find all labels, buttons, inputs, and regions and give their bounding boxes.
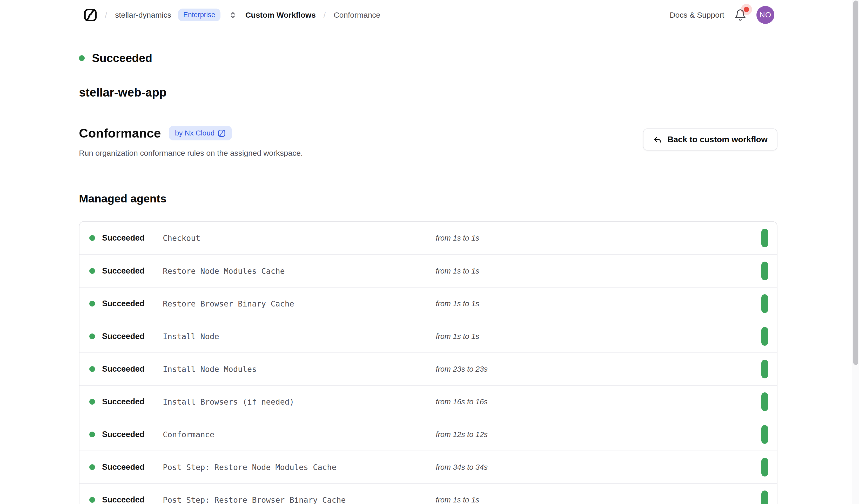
- managed-agents-card: Succeeded Checkout from 1s to 1s Succeed…: [79, 221, 778, 504]
- row-step-name: Install Node: [163, 332, 436, 341]
- row-step-name: Install Node Modules: [163, 365, 436, 374]
- row-status-label: Succeeded: [102, 332, 145, 341]
- row-status-label: Succeeded: [102, 233, 145, 243]
- scrollbar-thumb[interactable]: [853, 1, 858, 365]
- by-nx-cloud-badge[interactable]: by Nx Cloud: [169, 126, 232, 140]
- workflow-title: Conformance: [79, 126, 161, 140]
- row-status-label: Succeeded: [102, 397, 145, 407]
- status-dot-icon: [89, 301, 95, 306]
- row-step-name: Checkout: [163, 233, 436, 243]
- row-step-name: Post Step: Restore Node Modules Cache: [163, 463, 436, 472]
- plan-badge: Enterprise: [178, 9, 221, 21]
- row-time-range: from 12s to 12s: [436, 430, 762, 439]
- managed-agents-heading: Managed agents: [79, 192, 778, 205]
- row-step-name: Restore Browser Binary Cache: [163, 299, 436, 308]
- breadcrumb: / stellar-dynamics Enterprise Custom Wor…: [84, 8, 380, 22]
- nx-cloud-logo-icon[interactable]: [84, 8, 97, 22]
- row-status-label: Succeeded: [102, 495, 145, 504]
- top-navbar: / stellar-dynamics Enterprise Custom Wor…: [0, 0, 859, 30]
- table-row[interactable]: Succeeded Restore Browser Binary Cache f…: [79, 287, 777, 320]
- status-dot-icon: [89, 334, 95, 339]
- status-dot-icon: [89, 235, 95, 241]
- row-status-label: Succeeded: [102, 364, 145, 374]
- row-step-name: Restore Node Modules Cache: [163, 266, 436, 276]
- docs-support-link[interactable]: Docs & Support: [670, 11, 724, 19]
- notification-badge: [744, 7, 749, 12]
- row-duration-bar: [762, 393, 768, 411]
- row-status-label: Succeeded: [102, 299, 145, 308]
- back-to-custom-workflow-button[interactable]: Back to custom workflow: [643, 128, 778, 151]
- main-content: Succeeded stellar-web-app Conformance by…: [0, 52, 859, 504]
- table-row[interactable]: Succeeded Install Node Modules from 23s …: [79, 352, 777, 385]
- status-dot-icon: [89, 497, 95, 503]
- row-step-name: Conformance: [163, 430, 436, 439]
- back-button-label: Back to custom workflow: [667, 135, 768, 144]
- row-duration-bar: [762, 327, 768, 346]
- row-time-range: from 34s to 34s: [436, 463, 762, 472]
- breadcrumb-page: Conformance: [334, 11, 380, 19]
- row-time-range: from 1s to 1s: [436, 300, 762, 308]
- table-row[interactable]: Succeeded Post Step: Restore Node Module…: [79, 450, 777, 483]
- status-dot-icon: [89, 432, 95, 437]
- workflow-description: Run organization conformance rules on th…: [79, 149, 303, 157]
- row-duration-bar: [762, 262, 768, 280]
- table-row[interactable]: Succeeded Install Browsers (if needed) f…: [79, 385, 777, 418]
- table-row[interactable]: Succeeded Post Step: Restore Browser Bin…: [79, 483, 777, 504]
- breadcrumb-org[interactable]: stellar-dynamics: [115, 11, 171, 19]
- row-time-range: from 16s to 16s: [436, 398, 762, 406]
- row-duration-bar: [762, 229, 768, 247]
- status-dot-icon: [89, 399, 95, 404]
- scrollbar-track[interactable]: [852, 0, 859, 504]
- row-time-range: from 1s to 1s: [436, 496, 762, 504]
- row-time-range: from 1s to 1s: [436, 267, 762, 275]
- row-step-name: Post Step: Restore Browser Binary Cache: [163, 495, 436, 504]
- status-dot-icon: [79, 55, 85, 61]
- table-row[interactable]: Succeeded Install Node from 1s to 1s: [79, 320, 777, 352]
- row-duration-bar: [762, 294, 768, 313]
- breadcrumb-section[interactable]: Custom Workflows: [245, 11, 316, 19]
- status-dot-icon: [89, 268, 95, 274]
- table-row[interactable]: Succeeded Checkout from 1s to 1s: [79, 222, 777, 254]
- row-status-label: Succeeded: [102, 462, 145, 472]
- status-dot-icon: [89, 464, 95, 470]
- workspace-name: stellar-web-app: [79, 86, 778, 100]
- nx-cloud-mini-logo-icon: [217, 129, 226, 137]
- row-duration-bar: [762, 425, 768, 444]
- navbar-actions: Docs & Support NO: [670, 6, 774, 24]
- status-dot-icon: [89, 366, 95, 372]
- row-duration-bar: [762, 360, 768, 378]
- row-status-label: Succeeded: [102, 266, 145, 276]
- row-duration-bar: [762, 490, 768, 504]
- run-status-label: Succeeded: [92, 52, 152, 65]
- row-time-range: from 23s to 23s: [436, 365, 762, 373]
- table-row[interactable]: Succeeded Restore Node Modules Cache fro…: [79, 254, 777, 287]
- by-nx-cloud-label: by Nx Cloud: [175, 129, 215, 137]
- undo-arrow-icon: [653, 135, 662, 144]
- row-time-range: from 1s to 1s: [436, 332, 762, 341]
- user-avatar[interactable]: NO: [756, 6, 774, 24]
- workflow-title-block: Conformance by Nx Cloud Run organization…: [79, 126, 303, 157]
- run-status: Succeeded: [79, 52, 778, 65]
- workspace-switcher-icon[interactable]: [228, 9, 238, 21]
- table-row[interactable]: Succeeded Conformance from 12s to 12s: [79, 418, 777, 450]
- breadcrumb-separator: /: [105, 10, 107, 20]
- row-status-label: Succeeded: [102, 430, 145, 439]
- breadcrumb-separator: /: [323, 10, 326, 20]
- row-step-name: Install Browsers (if needed): [163, 397, 436, 407]
- workflow-header: Conformance by Nx Cloud Run organization…: [79, 126, 778, 157]
- notifications-bell-icon[interactable]: [734, 9, 747, 21]
- row-duration-bar: [762, 458, 768, 476]
- row-time-range: from 1s to 1s: [436, 234, 762, 242]
